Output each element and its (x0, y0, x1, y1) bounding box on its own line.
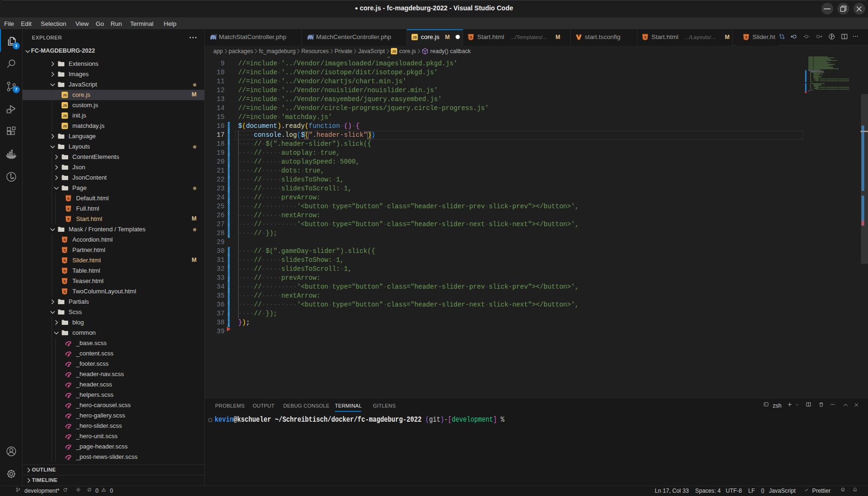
svg-text:5: 5 (644, 35, 646, 39)
svg-text:5: 5 (470, 35, 472, 39)
svg-text:5: 5 (67, 217, 70, 221)
svg-text:5: 5 (745, 35, 747, 39)
svg-text:JS: JS (63, 114, 67, 118)
svg-text:JS: JS (63, 93, 67, 97)
svg-text:JS: JS (392, 49, 396, 54)
svg-text:JS: JS (413, 35, 417, 39)
svg-text:5: 5 (63, 259, 66, 263)
svg-text:5: 5 (63, 290, 66, 294)
svg-text:5: 5 (63, 279, 66, 283)
svg-text:5: 5 (63, 269, 66, 273)
svg-text:5: 5 (63, 238, 66, 242)
svg-text:JS: JS (63, 124, 67, 128)
svg-text:5: 5 (63, 248, 66, 252)
svg-text:5: 5 (67, 207, 70, 211)
svg-text:5: 5 (67, 197, 70, 201)
svg-text:JS: JS (63, 103, 67, 108)
